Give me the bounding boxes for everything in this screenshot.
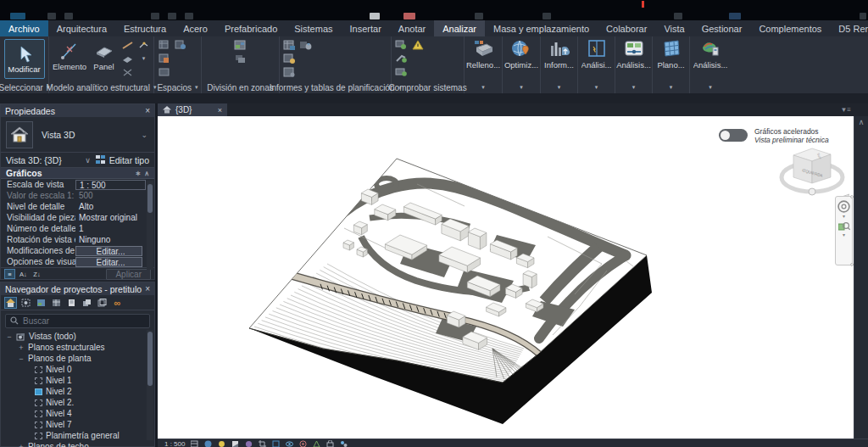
tab-masa-emplazamiento[interactable]: Masa y emplazamiento (485, 20, 598, 36)
properties-scrollbar[interactable] (147, 181, 153, 270)
sort-az-icon[interactable]: A↓ (18, 269, 29, 279)
export-report-icon[interactable] (299, 39, 312, 51)
tree-item-planos-de-techo[interactable]: + Planos de techo (1, 441, 154, 447)
numero-detalle-value[interactable]: 1 (75, 224, 146, 233)
reveal-hidden-icon[interactable] (299, 440, 307, 447)
tree-item-nivel-2[interactable]: Nivel 2 (1, 386, 154, 397)
tree-item-nivel-7[interactable]: Nivel 7 (1, 419, 154, 430)
relleno-button[interactable]: Relleno... (466, 39, 500, 70)
chevron-down-icon[interactable]: ▾ (843, 215, 845, 219)
modelo-analitico-group-label[interactable]: Modelo analítico estructural▾ (49, 81, 153, 93)
type-selector[interactable]: Vista 3D ⌄ (1, 117, 154, 153)
sheets-icon[interactable] (65, 297, 78, 309)
analisis-conceptual-button[interactable]: Análisis... (693, 39, 728, 70)
tab-analizar[interactable]: Analizar (434, 20, 485, 36)
qat-icon[interactable] (860, 13, 866, 20)
informe-dropdown[interactable]: ▾ (541, 81, 577, 93)
section-collapse-icon[interactable]: ∗ (135, 170, 141, 177)
chevron-down-icon[interactable]: ▾ (137, 53, 150, 64)
zone-layers-icon[interactable] (234, 53, 247, 64)
sort-default-icon[interactable]: ≡ (4, 269, 15, 279)
building[interactable] (523, 271, 537, 288)
tab-sistemas[interactable]: Sistemas (286, 20, 341, 36)
schedule-icon[interactable] (283, 39, 296, 51)
sort-za-icon[interactable]: Z↓ (31, 269, 42, 279)
tab-anotar[interactable]: Anotar (390, 20, 434, 36)
apply-button[interactable]: Aplicar (106, 269, 151, 280)
analisis-energia-dropdown[interactable]: ▾ (578, 81, 615, 93)
space-naming-icon[interactable] (158, 53, 170, 64)
close-icon[interactable]: × (218, 106, 222, 115)
nivel-de-detalle-value[interactable]: Alto (75, 202, 146, 211)
elemento-button[interactable]: Elemento (53, 39, 86, 71)
check-duct-icon[interactable] (395, 53, 408, 64)
modificaciones-editar-button[interactable]: Editar... (75, 246, 142, 256)
tree-item-nivel-1[interactable]: Nivel 1 (1, 375, 154, 386)
tree-item-planos-estructurales[interactable]: + Planos estructurales (1, 342, 154, 353)
qat-icon[interactable] (542, 13, 551, 20)
analytical-link-icon[interactable] (137, 39, 150, 51)
worksharing-icon[interactable] (340, 440, 348, 447)
tab-bar-options-icon[interactable]: ▼≡ (840, 106, 851, 114)
graficos-section-header[interactable]: Gráficos ∗ ∧ (1, 168, 154, 179)
optimizar-button[interactable]: Optimiz... (504, 39, 538, 70)
analisis-sistemas-dropdown[interactable]: ▾ (615, 81, 652, 93)
visual-style-icon[interactable] (204, 440, 212, 447)
analisis-sistemas-button[interactable]: Análisis... (616, 39, 651, 70)
tab-gestionar[interactable]: Gestionar (693, 20, 751, 36)
analytical-beam-icon[interactable] (121, 39, 134, 51)
scale-control[interactable]: 1 : 500 (164, 440, 185, 447)
render-dialog-icon[interactable] (245, 440, 253, 447)
tab-complementos[interactable]: Complementos (750, 20, 830, 36)
close-icon[interactable]: × (145, 106, 150, 115)
optimizar-dropdown[interactable]: ▾ (503, 81, 540, 93)
planos-button[interactable]: Plano... (656, 39, 686, 70)
qat-icon[interactable] (168, 13, 176, 20)
informes-group-label[interactable]: Informes y tablas de planificación» (280, 81, 391, 93)
schedule-sun-icon[interactable] (283, 53, 296, 64)
space-icon[interactable] (158, 39, 170, 51)
qat-icon[interactable] (370, 13, 380, 20)
tab-d5-render[interactable]: D5 Render (830, 20, 868, 36)
informe-button[interactable]: Inform... (544, 39, 574, 70)
qat-icon[interactable] (151, 13, 159, 20)
sun-path-icon[interactable] (218, 440, 225, 447)
3d-view-canvas[interactable]: Gráficos acelerados Vista preliminar téc… (158, 116, 854, 439)
groups-icon[interactable] (96, 297, 108, 309)
modify-button[interactable]: Modificar (4, 39, 45, 79)
tab-insertar[interactable]: Insertar (342, 20, 390, 36)
instance-name[interactable]: Vista 3D: {3D} (6, 155, 62, 165)
tree-item-planos-de-planta[interactable]: − Planos de planta (1, 353, 154, 364)
edit-type-button[interactable]: Editar tipo (109, 155, 149, 165)
close-icon[interactable]: × (145, 284, 150, 293)
qat-icon[interactable] (674, 13, 682, 20)
tab-acero[interactable]: Acero (175, 20, 216, 36)
tab-colaborar[interactable]: Colaborar (598, 20, 655, 36)
view-tab-3d[interactable]: {3D} × (158, 103, 227, 116)
space-tag-icon[interactable] (158, 66, 170, 78)
3d-site-model[interactable] (242, 135, 696, 439)
qat-icon[interactable] (185, 13, 193, 20)
analytical-brace-icon[interactable] (121, 66, 134, 78)
steering-wheel-icon[interactable] (837, 200, 850, 213)
tab-prefabricado[interactable]: Prefabricado (216, 20, 286, 36)
shadows-icon[interactable] (231, 440, 239, 447)
analisis-energia-button[interactable]: Análisi... (581, 39, 612, 70)
chevron-down-icon[interactable]: ∨ (85, 156, 91, 165)
check-pipe-icon[interactable] (395, 66, 408, 78)
analytical-model-icon[interactable] (313, 440, 320, 447)
tree-item-nivel-4[interactable]: Nivel 4 (1, 408, 154, 419)
qat-icon[interactable] (47, 13, 56, 20)
space-settings-icon[interactable] (174, 39, 186, 51)
tab-arquitectura[interactable]: Arquitectura (48, 20, 115, 36)
crop-view-icon[interactable] (259, 440, 266, 447)
schedules-icon[interactable] (50, 297, 63, 309)
panel-button[interactable]: Panel (90, 39, 118, 71)
qat-icon[interactable] (10, 13, 25, 20)
selection-box-icon[interactable] (19, 297, 32, 309)
planos-dropdown[interactable]: ▾ (653, 81, 689, 93)
qat-icon[interactable] (403, 13, 415, 20)
visibilidad-piezas-value[interactable]: Mostrar original (75, 213, 146, 222)
tab-archivo[interactable]: Archivo (0, 20, 48, 36)
tab-estructura[interactable]: Estructura (115, 20, 175, 36)
